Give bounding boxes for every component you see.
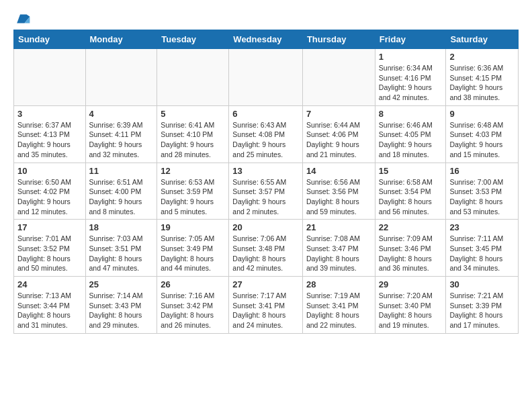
day-number: 6 bbox=[232, 109, 299, 119]
header-cell-saturday: Saturday bbox=[446, 30, 519, 49]
logo bbox=[13, 11, 31, 24]
day-number: 8 bbox=[379, 109, 443, 119]
day-cell bbox=[14, 49, 86, 106]
day-number: 5 bbox=[161, 109, 225, 119]
day-number: 4 bbox=[89, 109, 154, 119]
day-number: 29 bbox=[379, 279, 443, 289]
day-info: Sunrise: 7:01 AM Sunset: 3:52 PM Dayligh… bbox=[17, 234, 82, 273]
day-cell: 4Sunrise: 6:39 AM Sunset: 4:11 PM Daylig… bbox=[85, 105, 157, 163]
day-number: 19 bbox=[161, 222, 225, 232]
day-cell: 23Sunrise: 7:11 AM Sunset: 3:45 PM Dayli… bbox=[446, 220, 519, 277]
day-number: 18 bbox=[89, 222, 154, 232]
day-info: Sunrise: 7:08 AM Sunset: 3:47 PM Dayligh… bbox=[306, 234, 371, 273]
day-info: Sunrise: 6:43 AM Sunset: 4:08 PM Dayligh… bbox=[232, 120, 299, 160]
day-cell: 8Sunrise: 6:46 AM Sunset: 4:05 PM Daylig… bbox=[375, 105, 446, 163]
header-cell-friday: Friday bbox=[375, 30, 446, 49]
day-cell: 18Sunrise: 7:03 AM Sunset: 3:51 PM Dayli… bbox=[85, 220, 157, 277]
day-number: 1 bbox=[379, 52, 443, 62]
day-cell: 12Sunrise: 6:53 AM Sunset: 3:59 PM Dayli… bbox=[157, 163, 229, 220]
day-number: 3 bbox=[17, 109, 82, 119]
day-number: 21 bbox=[306, 222, 371, 232]
day-cell: 11Sunrise: 6:51 AM Sunset: 4:00 PM Dayli… bbox=[85, 163, 157, 220]
header-cell-tuesday: Tuesday bbox=[157, 30, 229, 49]
day-cell: 20Sunrise: 7:06 AM Sunset: 3:48 PM Dayli… bbox=[229, 220, 303, 277]
week-row-4: 17Sunrise: 7:01 AM Sunset: 3:52 PM Dayli… bbox=[14, 220, 519, 277]
day-cell: 7Sunrise: 6:44 AM Sunset: 4:06 PM Daylig… bbox=[302, 105, 375, 163]
day-cell bbox=[229, 49, 303, 106]
day-cell: 5Sunrise: 6:41 AM Sunset: 4:10 PM Daylig… bbox=[157, 105, 229, 163]
day-number: 24 bbox=[17, 279, 82, 289]
day-number: 13 bbox=[232, 166, 299, 176]
day-number: 22 bbox=[379, 222, 443, 232]
day-info: Sunrise: 6:41 AM Sunset: 4:10 PM Dayligh… bbox=[161, 120, 225, 160]
day-number: 28 bbox=[306, 279, 371, 289]
week-row-3: 10Sunrise: 6:50 AM Sunset: 4:02 PM Dayli… bbox=[14, 163, 519, 220]
week-row-5: 24Sunrise: 7:13 AM Sunset: 3:44 PM Dayli… bbox=[14, 277, 519, 334]
day-cell: 26Sunrise: 7:16 AM Sunset: 3:42 PM Dayli… bbox=[157, 277, 229, 334]
day-info: Sunrise: 7:20 AM Sunset: 3:40 PM Dayligh… bbox=[379, 291, 443, 330]
day-info: Sunrise: 7:17 AM Sunset: 3:41 PM Dayligh… bbox=[232, 291, 299, 330]
header-row: SundayMondayTuesdayWednesdayThursdayFrid… bbox=[14, 30, 519, 49]
day-number: 9 bbox=[449, 109, 515, 119]
day-number: 12 bbox=[161, 166, 225, 176]
day-info: Sunrise: 6:34 AM Sunset: 4:16 PM Dayligh… bbox=[379, 63, 443, 103]
day-info: Sunrise: 7:09 AM Sunset: 3:46 PM Dayligh… bbox=[379, 234, 443, 273]
week-row-1: 1Sunrise: 6:34 AM Sunset: 4:16 PM Daylig… bbox=[14, 49, 519, 106]
day-info: Sunrise: 6:39 AM Sunset: 4:11 PM Dayligh… bbox=[89, 120, 154, 160]
day-info: Sunrise: 7:06 AM Sunset: 3:48 PM Dayligh… bbox=[232, 234, 299, 273]
day-cell: 6Sunrise: 6:43 AM Sunset: 4:08 PM Daylig… bbox=[229, 105, 303, 163]
day-cell: 29Sunrise: 7:20 AM Sunset: 3:40 PM Dayli… bbox=[375, 277, 446, 334]
header-cell-monday: Monday bbox=[85, 30, 157, 49]
day-info: Sunrise: 7:21 AM Sunset: 3:39 PM Dayligh… bbox=[449, 291, 515, 330]
day-cell: 10Sunrise: 6:50 AM Sunset: 4:02 PM Dayli… bbox=[14, 163, 86, 220]
day-info: Sunrise: 7:00 AM Sunset: 3:53 PM Dayligh… bbox=[449, 177, 515, 217]
day-info: Sunrise: 6:48 AM Sunset: 4:03 PM Dayligh… bbox=[449, 120, 515, 160]
day-info: Sunrise: 6:46 AM Sunset: 4:05 PM Dayligh… bbox=[379, 120, 443, 160]
day-info: Sunrise: 7:11 AM Sunset: 3:45 PM Dayligh… bbox=[449, 234, 515, 273]
day-cell: 16Sunrise: 7:00 AM Sunset: 3:53 PM Dayli… bbox=[446, 163, 519, 220]
day-cell: 28Sunrise: 7:19 AM Sunset: 3:41 PM Dayli… bbox=[302, 277, 375, 334]
day-cell: 21Sunrise: 7:08 AM Sunset: 3:47 PM Dayli… bbox=[302, 220, 375, 277]
logo-icon bbox=[15, 11, 31, 27]
header-cell-sunday: Sunday bbox=[14, 30, 86, 49]
day-cell: 25Sunrise: 7:14 AM Sunset: 3:43 PM Dayli… bbox=[85, 277, 157, 334]
day-number: 26 bbox=[161, 279, 225, 289]
day-cell: 24Sunrise: 7:13 AM Sunset: 3:44 PM Dayli… bbox=[14, 277, 86, 334]
day-info: Sunrise: 7:14 AM Sunset: 3:43 PM Dayligh… bbox=[89, 291, 154, 330]
day-cell bbox=[302, 49, 375, 106]
day-number: 17 bbox=[17, 222, 82, 232]
day-number: 20 bbox=[232, 222, 299, 232]
day-cell: 2Sunrise: 6:36 AM Sunset: 4:15 PM Daylig… bbox=[446, 49, 519, 106]
day-info: Sunrise: 6:56 AM Sunset: 3:56 PM Dayligh… bbox=[306, 177, 371, 217]
day-number: 15 bbox=[379, 166, 443, 176]
day-number: 27 bbox=[232, 279, 299, 289]
day-info: Sunrise: 7:19 AM Sunset: 3:41 PM Dayligh… bbox=[306, 291, 371, 330]
day-number: 30 bbox=[449, 279, 515, 289]
day-cell: 14Sunrise: 6:56 AM Sunset: 3:56 PM Dayli… bbox=[302, 163, 375, 220]
day-info: Sunrise: 7:05 AM Sunset: 3:49 PM Dayligh… bbox=[161, 234, 225, 273]
calendar: SundayMondayTuesdayWednesdayThursdayFrid… bbox=[13, 30, 519, 334]
day-cell: 30Sunrise: 7:21 AM Sunset: 3:39 PM Dayli… bbox=[446, 277, 519, 334]
day-info: Sunrise: 6:44 AM Sunset: 4:06 PM Dayligh… bbox=[306, 120, 371, 160]
day-cell: 27Sunrise: 7:17 AM Sunset: 3:41 PM Dayli… bbox=[229, 277, 303, 334]
day-number: 11 bbox=[89, 166, 154, 176]
day-number: 7 bbox=[306, 109, 371, 119]
day-info: Sunrise: 6:50 AM Sunset: 4:02 PM Dayligh… bbox=[17, 177, 82, 217]
day-cell: 13Sunrise: 6:55 AM Sunset: 3:57 PM Dayli… bbox=[229, 163, 303, 220]
day-info: Sunrise: 7:03 AM Sunset: 3:51 PM Dayligh… bbox=[89, 234, 154, 273]
day-number: 14 bbox=[306, 166, 371, 176]
day-info: Sunrise: 6:36 AM Sunset: 4:15 PM Dayligh… bbox=[449, 63, 515, 103]
header-cell-wednesday: Wednesday bbox=[229, 30, 303, 49]
day-info: Sunrise: 6:55 AM Sunset: 3:57 PM Dayligh… bbox=[232, 177, 299, 217]
day-cell bbox=[157, 49, 229, 106]
day-number: 23 bbox=[449, 222, 515, 232]
day-info: Sunrise: 6:51 AM Sunset: 4:00 PM Dayligh… bbox=[89, 177, 154, 217]
day-cell: 1Sunrise: 6:34 AM Sunset: 4:16 PM Daylig… bbox=[375, 49, 446, 106]
day-info: Sunrise: 7:16 AM Sunset: 3:42 PM Dayligh… bbox=[161, 291, 225, 330]
day-info: Sunrise: 7:13 AM Sunset: 3:44 PM Dayligh… bbox=[17, 291, 82, 330]
week-row-2: 3Sunrise: 6:37 AM Sunset: 4:13 PM Daylig… bbox=[14, 105, 519, 163]
day-info: Sunrise: 6:58 AM Sunset: 3:54 PM Dayligh… bbox=[379, 177, 443, 217]
day-cell: 17Sunrise: 7:01 AM Sunset: 3:52 PM Dayli… bbox=[14, 220, 86, 277]
day-number: 16 bbox=[449, 166, 515, 176]
day-cell: 9Sunrise: 6:48 AM Sunset: 4:03 PM Daylig… bbox=[446, 105, 519, 163]
